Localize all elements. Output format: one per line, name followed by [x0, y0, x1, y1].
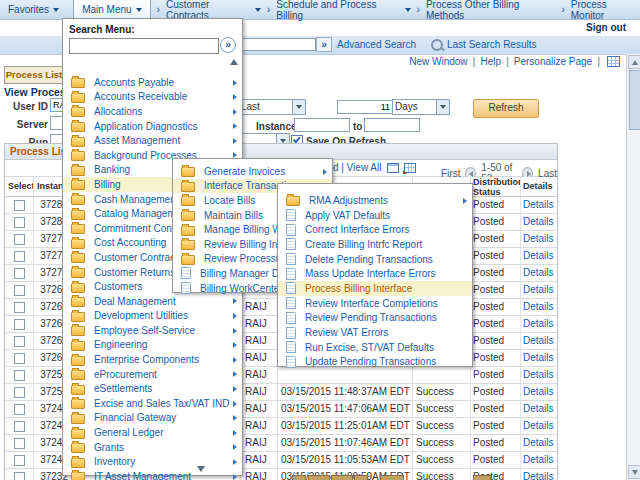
- row-checkbox[interactable]: [14, 251, 25, 262]
- sign-out-link[interactable]: Sign out: [575, 22, 626, 33]
- row-checkbox[interactable]: [14, 200, 25, 211]
- menu-item[interactable]: eSettlements: [63, 381, 242, 396]
- menu-item[interactable]: Update Pending Transactions: [278, 355, 472, 370]
- days-unit-select[interactable]: Days: [392, 99, 450, 115]
- details-link[interactable]: Details: [523, 335, 554, 346]
- menu-item[interactable]: Development Utilities: [63, 309, 242, 324]
- new-window-link[interactable]: New Window: [409, 56, 467, 67]
- menu-item[interactable]: Accounts Receivable: [63, 90, 242, 105]
- details-link[interactable]: Details: [523, 301, 554, 312]
- personalize-page-link[interactable]: Personalize Page: [514, 56, 592, 67]
- zoom-grid-icon[interactable]: [387, 163, 399, 173]
- menu-item[interactable]: Asset Management: [63, 133, 242, 148]
- details-link[interactable]: Details: [523, 386, 554, 397]
- menu-item[interactable]: Inventory: [63, 454, 242, 469]
- vertical-scrollbar[interactable]: [626, 54, 640, 480]
- days-count-field[interactable]: [337, 100, 393, 114]
- menu-item[interactable]: Deal Management: [63, 294, 242, 309]
- row-checkbox[interactable]: [14, 370, 25, 381]
- row-checkbox[interactable]: [14, 319, 25, 330]
- menu-item[interactable]: Enterprise Components: [63, 352, 242, 367]
- tab-process-list[interactable]: Process List: [4, 66, 64, 84]
- row-checkbox[interactable]: [14, 268, 25, 279]
- row-checkbox[interactable]: [14, 217, 25, 228]
- menu-scroll-down-icon[interactable]: [197, 466, 205, 472]
- search-go-button[interactable]: »: [316, 37, 332, 52]
- details-link[interactable]: Details: [523, 471, 554, 480]
- menu-item[interactable]: Accounts Payable: [63, 75, 242, 90]
- row-checkbox[interactable]: [14, 285, 25, 296]
- scroll-up-icon[interactable]: [628, 55, 640, 69]
- scroll-down-icon[interactable]: [628, 465, 640, 479]
- menu-search-input[interactable]: [69, 38, 219, 54]
- details-link[interactable]: Details: [523, 352, 554, 363]
- breadcrumb-item[interactable]: › Schedule and Process Billing: [261, 0, 411, 21]
- details-link[interactable]: Details: [523, 250, 554, 261]
- item-icon: [181, 240, 195, 250]
- menu-item[interactable]: Mass Update Interface Errors: [278, 266, 472, 281]
- menu-item[interactable]: Engineering: [63, 338, 242, 353]
- refresh-button[interactable]: Refresh: [473, 99, 539, 118]
- menu-item[interactable]: Application Diagnostics: [63, 119, 242, 134]
- menu-item[interactable]: RMA Adjustments: [278, 193, 472, 208]
- row-select-cell: [5, 214, 34, 230]
- breadcrumb-item[interactable]: › Process Monitor: [555, 0, 640, 21]
- details-link[interactable]: Details: [523, 454, 554, 465]
- user-id-label: User ID: [2, 101, 48, 112]
- distribution-status-cell: Posted: [471, 231, 521, 247]
- menu-item[interactable]: Excise and Sales Tax/VAT IND: [63, 396, 242, 411]
- help-link[interactable]: Help: [480, 56, 501, 67]
- menu-item[interactable]: Allocations: [63, 104, 242, 119]
- advanced-search-link[interactable]: Advanced Search: [337, 39, 416, 50]
- folder-icon: [71, 239, 85, 249]
- row-checkbox[interactable]: [14, 472, 25, 480]
- menu-item[interactable]: Review Pending Transactions: [278, 311, 472, 326]
- row-checkbox[interactable]: [14, 336, 25, 347]
- details-link[interactable]: Details: [523, 216, 554, 227]
- menu-item[interactable]: Review VAT Errors: [278, 325, 472, 340]
- row-checkbox[interactable]: [14, 353, 25, 364]
- menu-item[interactable]: General Ledger: [63, 425, 242, 440]
- download-grid-icon[interactable]: [404, 163, 416, 173]
- row-checkbox[interactable]: [14, 234, 25, 245]
- menu-item[interactable]: Delete Pending Transactions: [278, 252, 472, 267]
- details-link[interactable]: Details: [523, 233, 554, 244]
- details-link[interactable]: Details: [523, 403, 554, 414]
- menu-item[interactable]: IT Asset Management: [63, 469, 242, 480]
- row-checkbox[interactable]: [14, 455, 25, 466]
- last-select[interactable]: Last: [238, 99, 306, 115]
- grid-icon[interactable]: [607, 56, 620, 67]
- details-link[interactable]: Details: [523, 437, 554, 448]
- row-checkbox[interactable]: [14, 438, 25, 449]
- details-link[interactable]: Details: [523, 284, 554, 295]
- menu-item[interactable]: Run Excise, ST/VAT Defaults: [278, 340, 472, 355]
- menu-item[interactable]: Correct Interface Errors: [278, 222, 472, 237]
- row-checkbox[interactable]: [14, 302, 25, 313]
- menu-item[interactable]: Employee Self-Service: [63, 323, 242, 338]
- details-link[interactable]: Details: [523, 199, 554, 210]
- menu-item[interactable]: Create Billing Intrfc Report: [278, 237, 472, 252]
- menu-scroll-up-icon[interactable]: [230, 59, 238, 65]
- menu-search-go-button[interactable]: »: [220, 37, 236, 53]
- breadcrumb-item[interactable]: › Process Other Billing Methods: [411, 0, 556, 21]
- menu-item[interactable]: eProcurement: [63, 367, 242, 382]
- details-link[interactable]: Details: [523, 267, 554, 278]
- menu-item[interactable]: Apply VAT Defaults: [278, 208, 472, 223]
- instance-to-field[interactable]: [364, 118, 420, 132]
- details-link[interactable]: Details: [523, 318, 554, 329]
- menu-item[interactable]: Review Interface Completions: [278, 296, 472, 311]
- favorites-menu[interactable]: Favorites: [8, 4, 59, 15]
- row-checkbox[interactable]: [14, 421, 25, 432]
- instance-from-field[interactable]: [294, 118, 350, 132]
- row-checkbox[interactable]: [14, 387, 25, 398]
- menu-item[interactable]: Financial Gateway: [63, 411, 242, 426]
- details-link[interactable]: Details: [523, 420, 554, 431]
- row-checkbox[interactable]: [14, 404, 25, 415]
- menu-item[interactable]: Grants: [63, 440, 242, 455]
- details-link[interactable]: Details: [523, 369, 554, 380]
- menu-item[interactable]: Generate Invoices: [173, 164, 332, 179]
- last-search-results-link[interactable]: Last Search Results: [447, 39, 537, 50]
- scrollbar-thumb[interactable]: [629, 70, 640, 130]
- menu-item[interactable]: Process Billing Interface: [278, 281, 472, 296]
- main-menu-button[interactable]: Main Menu: [73, 0, 150, 19]
